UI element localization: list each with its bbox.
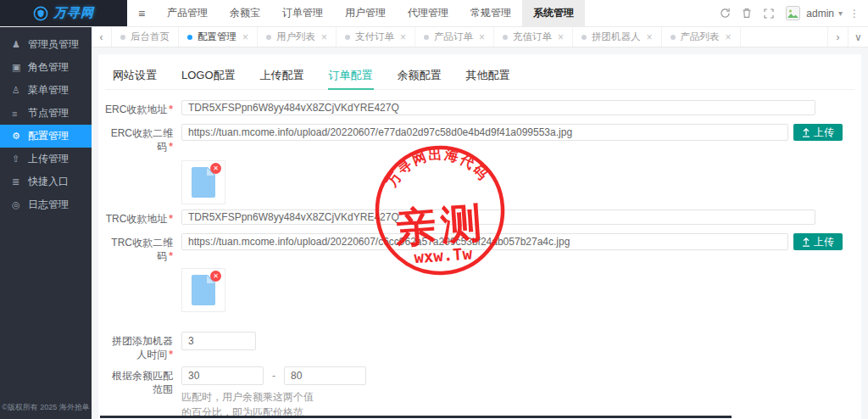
page-tab[interactable]: 用户列表× <box>258 27 337 47</box>
config-tab[interactable]: 余额配置 <box>397 64 442 89</box>
copyright-text: ©版权所有 2025 海外抢单 <box>0 402 92 413</box>
collapse-menu-icon[interactable]: ≡ <box>127 0 156 26</box>
page-tab[interactable]: 支付订单× <box>337 27 415 47</box>
trc-upload-button[interactable]: 上传 <box>793 233 843 250</box>
config-tab[interactable]: 网站设置 <box>112 64 158 89</box>
page-tab[interactable]: 产品列表× <box>662 27 741 47</box>
topnav-item[interactable]: 订单管理 <box>271 0 334 26</box>
user-icon: ♟ <box>12 39 28 50</box>
page-tab[interactable]: 后台首页 <box>112 27 179 47</box>
sidebar: ♟管理员管理▣角色管理♙菜单管理≡节点管理⚙配置管理⇧上传管理≣快捷入口◎日志管… <box>0 27 92 419</box>
tab-label: 产品订单 <box>434 31 473 43</box>
topnav-item[interactable]: 产品管理 <box>156 0 219 26</box>
tab-close-icon[interactable]: × <box>242 31 248 43</box>
topnav-item[interactable]: 系统管理 <box>522 0 585 26</box>
fullscreen-icon[interactable] <box>759 0 779 27</box>
image-placeholder-icon: ✕ <box>192 275 215 305</box>
tab-close-icon[interactable]: × <box>726 31 732 43</box>
topnav-item[interactable]: 常规管理 <box>459 0 522 26</box>
sidebar-item-log[interactable]: ◎日志管理 <box>0 193 92 216</box>
tab-label: 产品列表 <box>681 31 720 43</box>
field-label: 拼团添加机器人时间* <box>105 332 173 361</box>
tab-label: 充值订单 <box>513 31 552 43</box>
config-tab[interactable]: 订单配置 <box>328 64 374 89</box>
tabs-scroll-right-icon[interactable]: › <box>827 27 848 47</box>
config-tab[interactable]: LOGO配置 <box>181 64 236 89</box>
user-menu[interactable]: admin <box>806 8 834 20</box>
config-tab[interactable]: 上传配置 <box>259 64 305 89</box>
field-label: ERC收款二维码* <box>105 124 173 154</box>
header-toolbar: admin ▾ ⋮ <box>715 0 868 26</box>
erc-address-input[interactable] <box>181 100 815 115</box>
tab-label: 支付订单 <box>355 31 394 43</box>
erc-qr-input[interactable] <box>181 124 788 141</box>
sidebar-item-id-card[interactable]: ▣角色管理 <box>0 56 92 79</box>
refresh-icon[interactable] <box>715 0 735 27</box>
app-title: 万寻网 <box>53 5 94 21</box>
sidebar-item-shortcut[interactable]: ≣快捷入口 <box>0 170 92 193</box>
sidebar-item-label: 管理员管理 <box>28 37 79 52</box>
remove-image-icon[interactable]: ✕ <box>210 163 221 174</box>
form-row-erc-address: ERC收款地址* <box>105 100 854 116</box>
robot-time-input[interactable] <box>181 332 256 350</box>
tab-label: 后台首页 <box>131 31 170 43</box>
tab-dot-icon <box>424 35 429 40</box>
tab-label: 配置管理 <box>198 31 236 43</box>
form-row-erc-preview: ✕ <box>105 160 854 204</box>
tab-close-icon[interactable]: × <box>400 31 406 43</box>
form-row-trc-preview: ✕ <box>105 268 854 312</box>
sidebar-item-user[interactable]: ♟管理员管理 <box>0 33 92 56</box>
trash-icon[interactable] <box>737 0 757 27</box>
form-row-trc-qr: TRC收款二维码* 上传 <box>105 233 854 263</box>
top-header: 万寻网 ≡ 产品管理余额宝订单管理用户管理代理管理常规管理系统管理 admin … <box>0 0 868 27</box>
trc-qr-input[interactable] <box>181 233 788 250</box>
tabs-scroll-left-icon[interactable]: ‹ <box>92 27 112 47</box>
page-tab[interactable]: 配置管理× <box>179 27 258 47</box>
form-row-trc-address: TRC收款地址* <box>105 210 854 226</box>
tab-close-icon[interactable]: × <box>558 31 564 43</box>
tab-dot-icon <box>187 35 192 40</box>
topnav-item[interactable]: 代理管理 <box>397 0 459 26</box>
topnav-item[interactable]: 余额宝 <box>219 0 271 26</box>
log-icon: ◎ <box>12 199 28 210</box>
sidebar-item-gear[interactable]: ⚙配置管理 <box>0 125 92 148</box>
upload-arrow-icon <box>802 237 810 247</box>
config-tab[interactable]: 其他配置 <box>465 64 511 89</box>
range-dash: - <box>272 366 275 385</box>
tab-close-icon[interactable]: × <box>479 31 485 43</box>
sidebar-item-upload[interactable]: ⇧上传管理 <box>0 148 92 170</box>
image-placeholder-icon: ✕ <box>192 167 215 198</box>
tab-close-icon[interactable]: × <box>647 31 653 43</box>
form-row-erc-qr: ERC收款二维码* 上传 <box>105 124 854 154</box>
page-tab[interactable]: 拼团机器人× <box>573 27 662 47</box>
tabs-dropdown-icon[interactable]: ∨ <box>848 27 868 47</box>
form-row-balance-range: 根据余额匹配范围 - 匹配时，用户余额乘这两个值的百分比，即为匹配价格范围。 <box>105 366 854 419</box>
field-label: 根据余额匹配范围 <box>105 366 173 419</box>
sidebar-item-list[interactable]: ≡节点管理 <box>0 102 92 125</box>
caret-down-icon[interactable]: ▾ <box>838 8 843 18</box>
gear-icon: ⚙ <box>12 131 28 142</box>
topnav-item[interactable]: 用户管理 <box>334 0 397 26</box>
field-label: TRC收款二维码* <box>105 233 173 263</box>
sidebar-item-menu[interactable]: ♙菜单管理 <box>0 79 92 102</box>
more-icon[interactable]: ⋮ <box>848 8 861 20</box>
app-logo[interactable]: 万寻网 <box>0 0 127 26</box>
trc-address-input[interactable] <box>181 210 815 225</box>
upload-icon: ⇧ <box>12 154 28 165</box>
trc-qr-preview: ✕ <box>181 268 225 312</box>
page-tab[interactable]: 产品订单× <box>415 27 494 47</box>
balance-min-input[interactable] <box>181 366 264 385</box>
tab-label: 拼团机器人 <box>592 31 641 43</box>
horizontal-scrollbar[interactable] <box>100 416 732 418</box>
balance-range-help: 匹配时，用户余额乘这两个值的百分比，即为匹配价格范围。 <box>181 389 319 419</box>
tab-close-icon[interactable]: × <box>321 31 327 43</box>
avatar[interactable] <box>786 6 800 20</box>
erc-upload-button[interactable]: 上传 <box>793 124 843 141</box>
required-star: * <box>169 349 173 360</box>
balance-max-input[interactable] <box>284 366 366 385</box>
remove-image-icon[interactable]: ✕ <box>210 271 221 282</box>
page-tabs: 后台首页配置管理×用户列表×支付订单×产品订单×充值订单×拼团机器人×产品列表× <box>112 27 827 47</box>
sidebar-item-label: 节点管理 <box>28 106 69 120</box>
page-tab[interactable]: 充值订单× <box>494 27 573 47</box>
required-star: * <box>169 250 173 262</box>
